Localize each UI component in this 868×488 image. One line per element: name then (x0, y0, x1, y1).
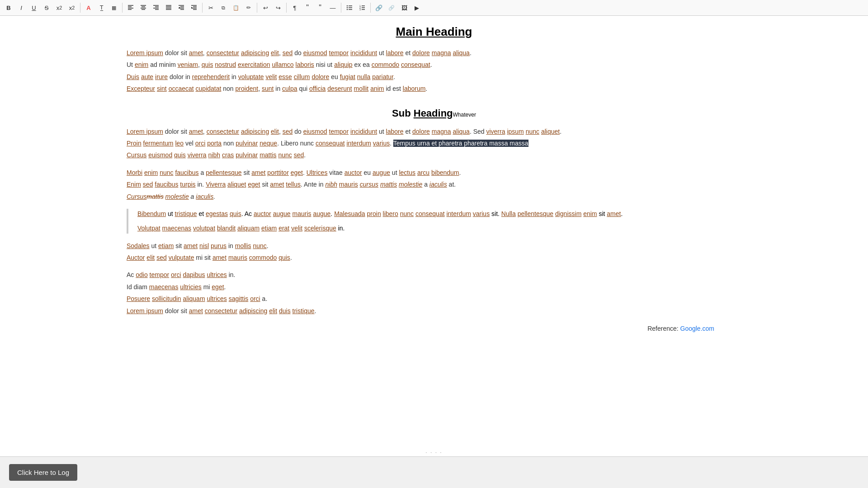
paragraph-10: Cursusmattis molestie a iaculis. (127, 192, 741, 202)
reference-label: Reference: (647, 325, 678, 332)
undo-button[interactable]: ↩ (259, 2, 271, 14)
divider-4 (257, 3, 257, 13)
unordered-list-button[interactable] (344, 2, 355, 14)
align-left-button[interactable] (125, 2, 137, 14)
italic-button[interactable]: I (15, 2, 27, 14)
blockquote-section: Bibendum ut tristique et egestas quis. A… (127, 209, 741, 234)
underline-button[interactable]: U (28, 2, 40, 14)
pencil-button[interactable]: ✏ (243, 2, 255, 14)
outdent-button[interactable] (175, 2, 187, 14)
divider-7 (370, 3, 371, 13)
reference-link[interactable]: Google.com (680, 325, 714, 332)
divider-5 (286, 3, 287, 13)
divider-3 (202, 3, 203, 13)
paragraph-1: Lorem ipsum dolor sit amet, consectetur … (127, 48, 741, 58)
subscript-button[interactable]: x2 (66, 2, 78, 14)
paragraph-13: Ac odio tempor orci dapibus ultrices in. (127, 270, 741, 280)
sub-heading-suffix: Whatever (453, 112, 476, 118)
video-button[interactable]: ▶ (411, 2, 423, 14)
align-justify-button[interactable] (163, 2, 175, 14)
highlight-button[interactable]: ▦ (108, 2, 120, 14)
bottom-bar: Click Here to Log (0, 456, 868, 488)
highlighted-text: Tempus urna et pharetra pharetra massa m… (393, 140, 528, 147)
align-right-button[interactable] (150, 2, 162, 14)
font-bg-button[interactable]: T̲ (95, 2, 107, 14)
svg-text:3.: 3. (359, 8, 361, 11)
blockquote-1: Bibendum ut tristique et egestas quis. A… (137, 209, 741, 219)
resize-handle: · · · · (425, 449, 442, 455)
divider-2 (122, 3, 123, 13)
paragraph-2: Ut enim ad minim veniam, quis nostrud ex… (127, 60, 741, 70)
svg-point-28 (347, 7, 348, 8)
paragraph-9: Enim sed faucibus turpis in. Viverra ali… (127, 179, 741, 189)
font-color-button[interactable]: A (83, 2, 94, 14)
main-heading: Main Heading (127, 25, 741, 39)
paragraph-12: Auctor elit sed vulputate mi sit amet ma… (127, 253, 741, 263)
bold-button[interactable]: B (3, 2, 14, 14)
editor-area[interactable]: Main Heading Lorem ipsum dolor sit amet,… (108, 16, 760, 332)
svg-point-26 (347, 5, 348, 6)
indent-button[interactable] (188, 2, 200, 14)
blockquote-2: Volutpat maecenas volutpat blandit aliqu… (137, 223, 741, 233)
toolbar: B I U S x2 x2 A T̲ ▦ ✂ ⧉ 📋 ✏ ↩ ↪ ¶ " " —… (0, 0, 868, 16)
paragraph-7: Cursus euismod quis viverra nibh cras pu… (127, 150, 741, 160)
svg-point-30 (347, 9, 348, 10)
paragraph-5: Lorem ipsum dolor sit amet, consectetur … (127, 127, 741, 136)
divider-6 (341, 3, 341, 13)
link-button[interactable]: 🔗 (373, 2, 385, 14)
paragraph-15: Posuere sollicitudin aliquam ultrices sa… (127, 294, 741, 304)
blockquote-button[interactable]: " (302, 2, 313, 14)
cut-button[interactable]: ✂ (205, 2, 217, 14)
divider-1 (80, 3, 80, 13)
paragraph-3: Duis aute irure dolor in reprehenderit i… (127, 72, 741, 82)
quote-button[interactable]: " (314, 2, 326, 14)
paragraph-6: Proin fermentum leo vel orci porta non p… (127, 138, 741, 148)
log-button[interactable]: Click Here to Log (9, 464, 77, 481)
image-button[interactable]: 🖼 (398, 2, 410, 14)
paragraph-button[interactable]: ¶ (289, 2, 301, 14)
paragraph-8: Morbi enim nunc faucibus a pellentesque … (127, 168, 741, 178)
paragraph-11: Sodales ut etiam sit amet nisl purus in … (127, 241, 741, 251)
reference-line: Reference: Google.com (127, 325, 741, 332)
align-center-button[interactable] (137, 2, 149, 14)
paragraph-4: Excepteur sint occaecat cupidatat non pr… (127, 84, 741, 94)
paste-button[interactable]: 📋 (230, 2, 242, 14)
paragraph-16: Lorem ipsum dolor sit amet consectetur a… (127, 306, 741, 316)
hr-button[interactable]: — (327, 2, 339, 14)
unlink-button[interactable]: 🔗 (386, 2, 397, 14)
superscript-button[interactable]: x2 (53, 2, 65, 14)
sub-heading: Sub HeadingWhatever (127, 108, 741, 119)
ordered-list-button[interactable]: 1.2.3. (356, 2, 368, 14)
strikethrough-button[interactable]: S (41, 2, 52, 14)
redo-button[interactable]: ↪ (272, 2, 284, 14)
paragraph-14: Id diam maecenas ultricies mi eget. (127, 282, 741, 292)
copy-button[interactable]: ⧉ (217, 2, 229, 14)
